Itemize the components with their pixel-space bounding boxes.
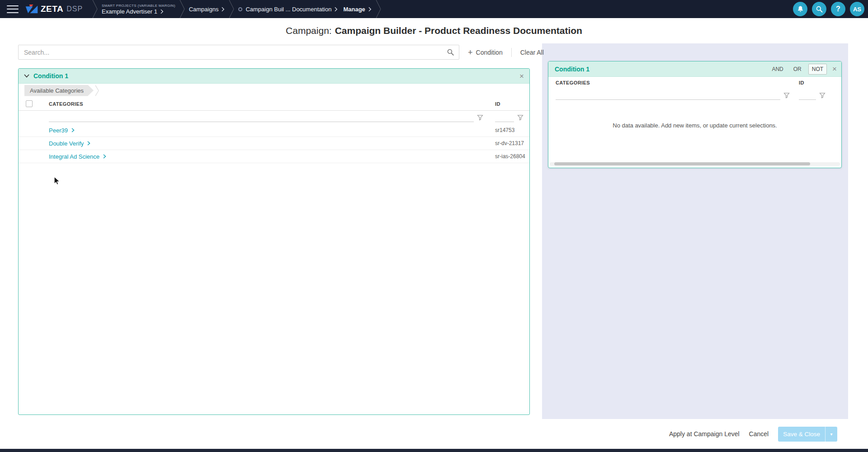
apply-campaign-level-button[interactable]: Apply at Campaign Level (669, 430, 740, 438)
save-close-button[interactable]: Save & Close (778, 427, 825, 442)
operator-toggle-group: AND OR NOT (769, 64, 827, 75)
id-cell: sr-ias-26804 (491, 153, 529, 160)
search-icon (816, 5, 823, 13)
breadcrumb: SMART PROJECTS (VARIABLE MARGIN) Example… (91, 0, 382, 18)
breadcrumb-item-campaign-builder[interactable]: Campaign Buil ... Documentation (238, 6, 338, 13)
chevron-right-icon (368, 7, 372, 12)
row-id: sr-dv-21317 (495, 140, 524, 146)
and-operator-button[interactable]: AND (769, 64, 786, 74)
category-cell: Peer39 (44, 127, 491, 134)
zeta-dsp-logo[interactable]: ZETA DSP (25, 4, 83, 14)
or-operator-button[interactable]: OR (790, 64, 805, 74)
id-filter-input[interactable] (495, 113, 514, 122)
chevron-right-icon (103, 154, 106, 159)
top-navbar: ZETA DSP SMART PROJECTS (VARIABLE MARGIN… (0, 0, 868, 18)
bell-icon (797, 5, 804, 13)
chevron-right-icon (87, 141, 90, 146)
chevron-down-icon[interactable] (24, 74, 29, 78)
condition-card-header: Condition 1 AND OR NOT × (548, 61, 841, 77)
category-link[interactable]: Peer39 (49, 127, 68, 134)
select-all-checkbox[interactable] (26, 100, 33, 107)
filter-icon[interactable] (819, 92, 826, 99)
id-filter-input[interactable] (799, 91, 816, 100)
breadcrumb-manage-label: Manage (343, 6, 365, 13)
condition-panel: Condition 1 × Available Categories CATEG… (18, 68, 530, 415)
condition-title: Condition 1 (33, 72, 68, 80)
scrollbar-thumb[interactable] (554, 162, 810, 165)
breadcrumb-campaigns-label: Campaigns (189, 6, 219, 13)
search-field (18, 45, 459, 60)
breadcrumb-divider-icon (229, 0, 234, 18)
breadcrumb-divider-icon (92, 0, 98, 18)
global-search-button[interactable] (812, 2, 826, 16)
checkbox-cell (19, 100, 44, 107)
close-condition-button[interactable]: × (519, 72, 524, 80)
breadcrumb-campaign-label: Campaign Buil ... Documentation (245, 6, 331, 13)
category-link[interactable]: Integral Ad Science (49, 153, 99, 160)
tab-available-categories[interactable]: Available Categories (24, 85, 94, 96)
id-column-header: ID (799, 80, 804, 85)
page-title-prefix: Campaign: (286, 25, 332, 36)
categories-filter-cell (44, 113, 491, 122)
id-header-cell: ID (491, 101, 529, 107)
tab-label: Available Categories (30, 87, 84, 94)
search-input[interactable] (18, 45, 459, 60)
toolbar-divider (511, 48, 512, 57)
categories-filter-input[interactable] (49, 113, 474, 122)
add-condition-button[interactable]: + Condition (462, 45, 508, 60)
breadcrumb-divider-icon (376, 0, 381, 18)
close-condition-button[interactable]: × (832, 65, 837, 73)
id-header-cell: ID (796, 80, 841, 85)
zeta-logo-icon (25, 4, 38, 14)
search-icon[interactable] (447, 48, 454, 56)
table-header-row: CATEGORIES ID (19, 97, 529, 111)
filter-row (19, 111, 529, 124)
plus-icon: + (468, 48, 473, 56)
filter-icon[interactable] (783, 92, 790, 99)
category-link[interactable]: Double Verify (49, 140, 84, 147)
logo-text-primary: ZETA (41, 4, 63, 14)
panel-empty-area (19, 163, 529, 414)
filter-row (548, 89, 841, 102)
empty-state-message: No data available. Add new items, or upd… (613, 122, 777, 129)
navbar-actions: ? AS (793, 2, 868, 16)
breadcrumb-item-campaigns[interactable]: Campaigns (189, 6, 225, 13)
id-filter-cell (796, 91, 841, 100)
page-title-name: Campaign Builder - Product Readiness Doc… (335, 25, 582, 36)
horizontal-scrollbar[interactable] (550, 162, 840, 166)
table-row[interactable]: Double Verify sr-dv-21317 (19, 137, 529, 150)
help-icon: ? (836, 5, 840, 13)
not-operator-button[interactable]: NOT (808, 64, 827, 75)
id-filter-cell (491, 113, 529, 122)
help-button[interactable]: ? (831, 2, 845, 16)
chevron-right-icon (160, 9, 164, 14)
categories-header-cell: CATEGORIES (44, 101, 491, 107)
notifications-button[interactable] (793, 2, 807, 16)
id-cell: sr-dv-21317 (491, 140, 529, 146)
breadcrumb-item-manage[interactable]: Manage (343, 6, 371, 13)
toolbar: + Condition Clear All (18, 45, 549, 60)
filter-icon[interactable] (477, 114, 483, 121)
chevron-right-icon (335, 7, 338, 12)
tab-strip: Available Categories (19, 84, 529, 97)
caret-down-icon: ▾ (830, 432, 832, 437)
status-dot-icon (238, 7, 242, 11)
table-row[interactable]: Peer39 sr14753 (19, 124, 529, 137)
table-row[interactable]: Integral Ad Science sr-ias-26804 (19, 150, 529, 163)
category-cell: Double Verify (44, 140, 491, 147)
avatar[interactable]: AS (850, 2, 864, 16)
row-id: sr14753 (495, 127, 514, 133)
breadcrumb-advertiser-label: Example Advertiser 1 (102, 8, 157, 15)
filter-icon[interactable] (517, 114, 524, 121)
cancel-button[interactable]: Cancel (749, 430, 769, 438)
clear-all-button[interactable]: Clear All (515, 45, 549, 60)
categories-column-header: CATEGORIES (49, 101, 83, 107)
tab-ghost-chevron-icon (95, 85, 99, 96)
save-options-caret-button[interactable]: ▾ (825, 427, 837, 442)
categories-filter-input[interactable] (556, 91, 780, 100)
categories-column-header: CATEGORIES (556, 80, 590, 85)
breadcrumb-item-advertiser[interactable]: SMART PROJECTS (VARIABLE MARGIN) Example… (102, 4, 175, 15)
hamburger-menu-button[interactable] (7, 5, 19, 13)
save-close-split-button: Save & Close ▾ (778, 427, 837, 442)
empty-state: No data available. Add new items, or upd… (548, 102, 841, 162)
